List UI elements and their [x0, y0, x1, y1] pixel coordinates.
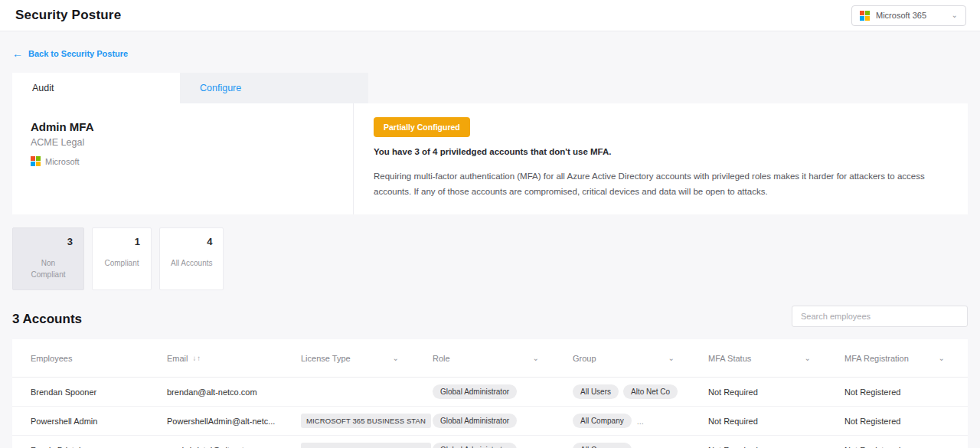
stat-value: 4	[171, 236, 212, 247]
column-label: Email	[167, 354, 188, 363]
mfa-registration-cell: Not Registered	[844, 417, 968, 426]
top-bar: Security Posture Microsoft 365 ⌄	[0, 0, 980, 31]
column-header-email[interactable]: Email ↓↑	[167, 354, 301, 363]
group-pill: All Users	[573, 384, 619, 399]
role-pill: Global Administrator	[433, 443, 517, 448]
group-cell: All Company ...	[573, 414, 708, 428]
more-groups-indicator: ...	[637, 446, 644, 448]
license-type-cell: MICROSOFT 365 BUSINESS STAN	[301, 414, 433, 428]
table-header-row: Employees Email ↓↑ License Type ⌄ Role ⌄…	[12, 339, 968, 378]
group-pill: Alto Net Co	[623, 384, 678, 399]
role-cell: Global Administrator	[433, 443, 573, 448]
back-arrow-icon: ←	[12, 48, 23, 59]
column-header-mfa-status[interactable]: MFA Status ⌄	[708, 354, 844, 363]
column-label: MFA Status	[708, 354, 751, 363]
mfa-registration-cell: Not Registered	[844, 388, 968, 397]
license-pill: MICROSOFT 365 BUSINESS STAN	[301, 443, 431, 448]
audit-summary-panel: Admin MFA ACME Legal Microsoft	[12, 103, 353, 214]
tenant-selector-label: Microsoft 365	[876, 11, 946, 20]
column-header-group[interactable]: Group ⌄	[573, 354, 708, 363]
search-input[interactable]	[792, 306, 968, 327]
table-row[interactable]: Brendan Spooner brendan@alt-netco.com Gl…	[12, 378, 968, 407]
group-cell: All Users Alto Net Co	[573, 384, 708, 399]
audit-description-panel: Partially Configured You have 3 of 4 pri…	[354, 103, 968, 214]
content-area: ← Back to Security Posture Audit Configu…	[0, 31, 980, 448]
tabs: Audit Configure	[12, 73, 968, 103]
column-label: Group	[573, 354, 596, 363]
more-groups-indicator: ...	[637, 417, 644, 426]
audit-detail-card: Admin MFA ACME Legal Microsoft Partially…	[12, 103, 968, 214]
status-badge: Partially Configured	[374, 117, 470, 137]
chevron-down-icon[interactable]: ⌄	[533, 354, 539, 362]
stat-value: 1	[103, 236, 140, 247]
stat-card-compliant[interactable]: 1 Compliant	[92, 227, 152, 290]
license-pill: MICROSOFT 365 BUSINESS STAN	[301, 414, 431, 428]
chevron-down-icon: ⌄	[952, 11, 958, 19]
back-link[interactable]: ← Back to Security Posture	[12, 48, 128, 59]
mfa-status-cell: Not Required	[708, 417, 844, 426]
column-header-employees: Employees	[31, 354, 167, 363]
column-label: Employees	[31, 354, 72, 363]
chevron-down-icon[interactable]: ⌄	[805, 354, 811, 362]
role-cell: Global Administrator	[433, 384, 573, 399]
column-label: License Type	[301, 354, 351, 363]
accounts-table: Employees Email ↓↑ License Type ⌄ Role ⌄…	[12, 339, 968, 448]
microsoft-logo-icon	[860, 11, 870, 21]
role-cell: Global Administrator	[433, 414, 573, 428]
accounts-header: 3 Accounts	[12, 306, 968, 327]
employee-name-cell: Randy Bristol	[31, 446, 167, 448]
column-label: MFA Registration	[844, 354, 909, 363]
audit-title: Admin MFA	[31, 120, 335, 133]
group-pill: All Company	[573, 443, 632, 448]
security-posture-page: Security Posture Microsoft 365 ⌄ ← Back …	[0, 0, 980, 448]
stat-label: All Accounts	[171, 257, 212, 269]
chevron-down-icon[interactable]: ⌄	[668, 354, 675, 362]
stat-label: Compliant	[103, 257, 140, 269]
page-title: Security Posture	[15, 8, 121, 23]
accounts-count-title: 3 Accounts	[12, 312, 82, 327]
column-label: Role	[433, 354, 450, 363]
stat-label: Non Compliant	[24, 257, 73, 280]
mfa-status-cell: Not Required	[708, 388, 844, 397]
stat-card-all-accounts[interactable]: 4 All Accounts	[159, 227, 224, 290]
tenant-selector[interactable]: Microsoft 365 ⌄	[851, 5, 966, 26]
mfa-registration-cell: Not Registered	[844, 446, 968, 448]
role-pill: Global Administrator	[433, 414, 517, 428]
stat-card-non-compliant[interactable]: 3 Non Compliant	[12, 227, 84, 290]
tab-audit[interactable]: Audit	[12, 73, 180, 103]
company-name: ACME Legal	[31, 137, 335, 148]
stat-cards: 3 Non Compliant 1 Compliant 4 All Accoun…	[12, 227, 968, 290]
provider: Microsoft	[31, 156, 335, 166]
column-header-license-type[interactable]: License Type ⌄	[301, 354, 433, 363]
microsoft-logo-icon	[31, 156, 41, 166]
employee-name-cell: Powershell Admin	[31, 417, 167, 426]
email-cell: PowershellAdmin@alt-netc...	[167, 417, 301, 426]
column-header-mfa-registration[interactable]: MFA Registration ⌄	[844, 354, 968, 363]
license-type-cell: MICROSOFT 365 BUSINESS STAN	[301, 443, 433, 448]
mfa-status-cell: Not Required	[708, 446, 844, 448]
column-header-role[interactable]: Role ⌄	[433, 354, 573, 363]
tab-configure[interactable]: Configure	[180, 73, 368, 103]
audit-description-text: Requiring multi-factor authentication (M…	[374, 169, 948, 199]
chevron-down-icon[interactable]: ⌄	[393, 354, 399, 362]
group-pill: All Company	[573, 414, 632, 428]
chevron-down-icon[interactable]: ⌄	[939, 354, 945, 362]
audit-summary-text: You have 3 of 4 priviledged accounts tha…	[374, 147, 948, 156]
email-cell: randy.bristol@alt-netco.com	[167, 446, 301, 448]
table-row[interactable]: Powershell Admin PowershellAdmin@alt-net…	[12, 407, 968, 436]
sort-asc-icon[interactable]: ↑	[197, 354, 201, 362]
sort-icons[interactable]: ↓↑	[193, 354, 202, 362]
back-link-label: Back to Security Posture	[28, 49, 128, 58]
stat-value: 3	[24, 236, 73, 247]
table-row[interactable]: Randy Bristol randy.bristol@alt-netco.co…	[12, 436, 968, 448]
group-cell: All Company ...	[573, 443, 708, 448]
provider-label: Microsoft	[45, 157, 80, 166]
email-cell: brendan@alt-netco.com	[167, 388, 301, 397]
role-pill: Global Administrator	[433, 384, 517, 399]
employee-name-cell: Brendan Spooner	[31, 388, 167, 397]
